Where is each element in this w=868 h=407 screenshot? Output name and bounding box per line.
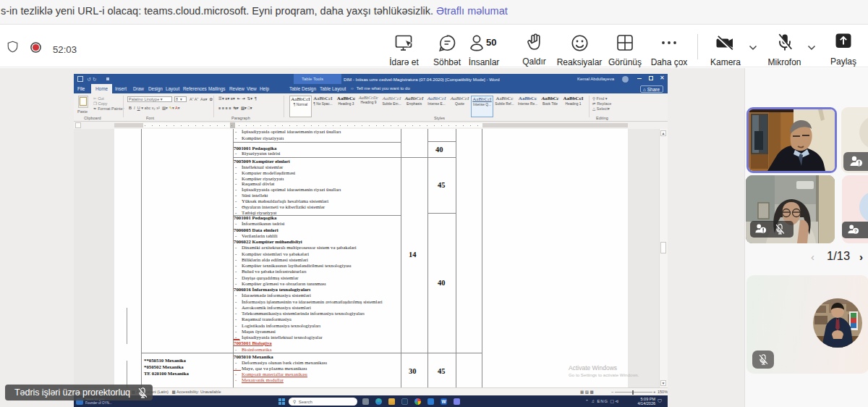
svg-text:50: 50 xyxy=(486,37,496,48)
svg-text:?: ? xyxy=(854,228,857,233)
